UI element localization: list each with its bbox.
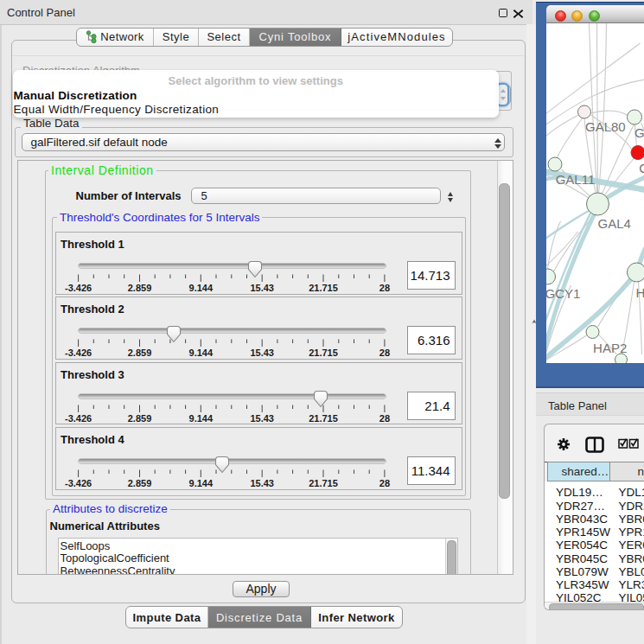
svg-text:15.43: 15.43 xyxy=(250,412,274,423)
svg-text:2.859: 2.859 xyxy=(128,412,152,423)
svg-text:-3.426: -3.426 xyxy=(65,478,92,488)
svg-text:GCY1: GCY1 xyxy=(546,286,580,301)
svg-text:-3.426: -3.426 xyxy=(65,412,92,423)
svg-text:21.715: 21.715 xyxy=(309,478,338,488)
svg-text:15.43: 15.43 xyxy=(250,283,274,293)
svg-text:21.715: 21.715 xyxy=(309,283,338,293)
svg-text:9.144: 9.144 xyxy=(189,283,214,293)
svg-text:15.43: 15.43 xyxy=(250,478,274,488)
svg-text:9.144: 9.144 xyxy=(189,348,214,358)
svg-text:28: 28 xyxy=(379,283,390,293)
svg-text:-3.426: -3.426 xyxy=(65,348,92,358)
svg-text:21.715: 21.715 xyxy=(309,348,338,358)
svg-text:28: 28 xyxy=(379,412,390,423)
svg-text:9.144: 9.144 xyxy=(189,478,214,488)
svg-text:GAL4: GAL4 xyxy=(597,216,630,231)
svg-text:2.859: 2.859 xyxy=(128,478,152,488)
svg-text:2.859: 2.859 xyxy=(128,348,152,358)
svg-text:C: C xyxy=(639,161,644,175)
svg-text:15.43: 15.43 xyxy=(250,348,274,358)
svg-text:28: 28 xyxy=(379,348,390,358)
svg-text:28: 28 xyxy=(379,478,390,488)
svg-text:GAL: GAL xyxy=(634,125,644,140)
svg-text:GAL11: GAL11 xyxy=(555,172,595,187)
svg-text:HAP2: HAP2 xyxy=(593,341,627,355)
svg-text:GAL80: GAL80 xyxy=(585,119,626,134)
svg-text:21.715: 21.715 xyxy=(309,412,338,423)
svg-text:9.144: 9.144 xyxy=(189,412,214,423)
svg-text:-3.426: -3.426 xyxy=(65,283,92,293)
svg-text:H: H xyxy=(635,285,644,300)
svg-text:2.859: 2.859 xyxy=(128,283,152,293)
